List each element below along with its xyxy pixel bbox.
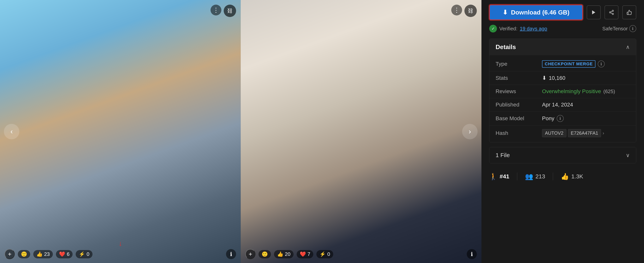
bolt-action-2[interactable]: ⚡ 0: [316, 250, 333, 258]
reviews-label: Reviews: [496, 88, 538, 94]
share-button[interactable]: [604, 5, 618, 19]
image-bg-1: [0, 0, 241, 263]
card-1-dots-button[interactable]: ⋮: [210, 5, 222, 15]
scroll-indicator: ↓: [118, 240, 122, 248]
stats-label: Stats: [496, 75, 538, 81]
download-button[interactable]: ⬇ Download (6.46 GB): [489, 5, 583, 20]
card-1-bottom-actions: + 🙂 👍 23 ❤️ 6 ⚡ 0 ℹ: [0, 249, 241, 259]
emoji-action-2[interactable]: 🙂: [258, 250, 271, 258]
image-bg-2: [241, 0, 482, 263]
stats-row-detail: Stats ⬇ 10,160: [490, 71, 636, 85]
bolt-action-1[interactable]: ⚡ 0: [76, 250, 92, 258]
hash-label: Hash: [496, 130, 538, 136]
card-2-link-button[interactable]: ⛓: [464, 5, 477, 17]
thumbs-up-icon-1: 👍: [36, 251, 42, 257]
image-card-1: ⋮ ⛓ ‹ ↓ + 🙂 👍 23 ❤️ 6 ⚡ 0 ℹ: [0, 0, 241, 263]
stat-divider-2: [553, 173, 553, 180]
heart-action-2[interactable]: ❤️ 7: [297, 250, 313, 258]
type-info-icon[interactable]: ℹ: [598, 60, 605, 67]
hash-value-container: AUTOV2 E726A47FA1 ›: [542, 129, 630, 137]
svg-point-1: [612, 10, 614, 11]
thumbs-up-icon-2: 👍: [277, 251, 283, 257]
bolt-icon-2: ⚡: [320, 251, 326, 257]
published-value: Apr 14, 2024: [542, 102, 630, 108]
like-count-2: 20: [285, 251, 290, 257]
safe-tensor-label: SafeTensor: [602, 26, 628, 32]
svg-point-3: [612, 13, 614, 15]
community-stats-row: 🚶 #41 👥 213 👍 1.3K: [489, 168, 636, 185]
emoji-icon-1: 🙂: [21, 251, 27, 257]
published-row: Published Apr 14, 2024: [490, 98, 636, 111]
heart-icon-2: ❤️: [300, 251, 306, 257]
type-value: CHECKPOINT MERGE ℹ: [542, 60, 630, 68]
hash-row: Hash AUTOV2 E726A47FA1 ›: [490, 126, 636, 141]
type-label: Type: [496, 61, 538, 67]
add-button-1[interactable]: +: [5, 249, 15, 259]
gallery-area: ⋮ ⛓ ‹ ↓ + 🙂 👍 23 ❤️ 6 ⚡ 0 ℹ: [0, 0, 482, 263]
reviews-count: (625): [603, 88, 615, 94]
rank-value: #41: [500, 173, 509, 180]
verified-ago-link[interactable]: 19 days ago: [520, 26, 547, 32]
bolt-icon-1: ⚡: [79, 251, 85, 257]
verified-label: Verified:: [499, 26, 518, 32]
info-button-1[interactable]: ℹ: [226, 249, 236, 259]
svg-marker-0: [592, 10, 595, 14]
stats-number: 10,160: [549, 75, 566, 81]
svg-line-5: [611, 11, 612, 12]
file-collapse-icon: ∨: [626, 152, 630, 158]
reviews-sentiment[interactable]: Overwhelmingly Positive: [542, 88, 601, 94]
heart-count-2: 7: [308, 251, 310, 257]
svg-point-2: [610, 12, 611, 13]
emoji-icon-2: 🙂: [262, 251, 268, 257]
next-arrow-button[interactable]: ›: [462, 124, 478, 139]
followers-value: 213: [536, 173, 545, 180]
info-button-2[interactable]: ℹ: [467, 249, 477, 259]
followers-icon: 👥: [525, 173, 533, 180]
likes-value: 1.3K: [571, 173, 583, 180]
file-header[interactable]: 1 File ∨: [490, 147, 636, 163]
hash-expand-icon[interactable]: ›: [602, 130, 604, 136]
details-body: Type CHECKPOINT MERGE ℹ Stats ⬇ 10,160 R…: [490, 55, 636, 142]
file-header-title: 1 File: [496, 152, 510, 158]
reviews-row: Reviews Overwhelmingly Positive (625): [490, 85, 636, 98]
details-section: Details ∧ Type CHECKPOINT MERGE ℹ Stats …: [489, 39, 636, 142]
download-label: Download (6.46 GB): [511, 9, 569, 16]
prev-arrow-button[interactable]: ‹: [4, 124, 19, 139]
hash-algo: AUTOV2: [542, 129, 566, 137]
card-1-link-button[interactable]: ⛓: [224, 5, 236, 17]
published-label: Published: [496, 102, 538, 108]
rank-icon: 🚶: [489, 173, 497, 180]
card-2-bottom-actions: + 🙂 👍 20 ❤️ 7 ⚡ 0 ℹ: [241, 249, 482, 259]
emoji-action-1[interactable]: 🙂: [18, 250, 30, 258]
add-button-2[interactable]: +: [245, 249, 256, 259]
safe-tensor-badge: SafeTensor ℹ: [602, 25, 636, 32]
heart-count-1: 6: [67, 251, 70, 257]
thumbs-up-button[interactable]: [622, 5, 636, 19]
details-header[interactable]: Details ∧: [490, 39, 636, 55]
download-stats-icon: ⬇: [542, 75, 546, 81]
play-button[interactable]: [587, 5, 601, 19]
hash-hex: E726A47FA1: [568, 129, 601, 137]
likes-icon: 👍: [561, 173, 569, 180]
followers-stat: 👥 213: [525, 173, 545, 180]
base-model-name: Pony: [542, 115, 554, 122]
hash-container: AUTOV2 E726A47FA1 ›: [542, 129, 604, 137]
bolt-count-2: 0: [327, 251, 330, 257]
base-model-info-icon[interactable]: ℹ: [557, 115, 564, 122]
file-section: 1 File ∨: [489, 147, 636, 163]
like-action-2[interactable]: 👍 20: [274, 250, 294, 258]
image-card-2: ⋮ ⛓ › + 🙂 👍 20 ❤️ 7 ⚡ 0 ℹ: [241, 0, 482, 263]
published-date: Apr 14, 2024: [542, 102, 573, 108]
sidebar: ⬇ Download (6.46 GB) ✓ Verified: 19 days…: [482, 0, 644, 263]
bolt-count-1: 0: [86, 251, 89, 257]
checkpoint-merge-badge: CHECKPOINT MERGE: [542, 60, 596, 68]
details-collapse-icon: ∧: [626, 44, 630, 50]
base-model-value: Pony ℹ: [542, 115, 630, 122]
rank-stat: 🚶 #41: [489, 173, 509, 180]
base-model-label: Base Model: [496, 115, 538, 122]
like-action-1[interactable]: 👍 23: [33, 250, 53, 258]
heart-action-1[interactable]: ❤️ 6: [56, 250, 72, 258]
card-2-dots-button[interactable]: ⋮: [451, 5, 462, 15]
safe-tensor-info-icon[interactable]: ℹ: [629, 25, 636, 32]
type-row: Type CHECKPOINT MERGE ℹ: [490, 57, 636, 71]
